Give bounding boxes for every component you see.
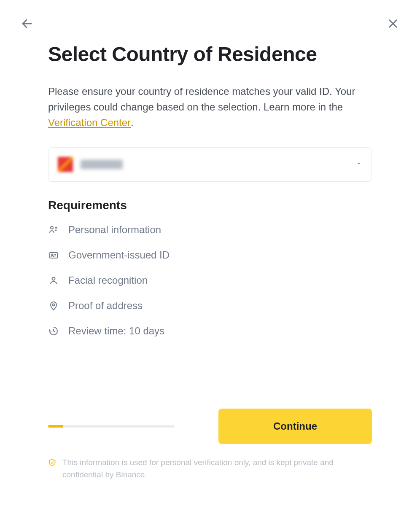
requirement-label: Personal information xyxy=(68,224,161,236)
shield-check-icon xyxy=(48,458,57,467)
description-suffix: . xyxy=(131,117,134,128)
requirement-label: Review time: 10 days xyxy=(68,325,164,337)
progress-fill xyxy=(48,425,63,428)
svg-point-12 xyxy=(53,304,55,306)
requirement-label: Proof of address xyxy=(68,300,143,312)
verification-center-link[interactable]: Verification Center xyxy=(48,117,131,128)
country-flag-icon xyxy=(58,157,73,172)
requirement-label: Government-issued ID xyxy=(68,249,170,261)
svg-point-8 xyxy=(52,254,53,256)
requirement-item: Proof of address xyxy=(48,300,372,312)
requirement-label: Facial recognition xyxy=(68,275,148,286)
arrow-left-icon xyxy=(21,17,33,30)
chevron-down-icon xyxy=(355,160,362,169)
face-icon xyxy=(48,275,59,286)
progress-bar xyxy=(48,425,175,428)
description-text: Please ensure your country of residence … xyxy=(48,86,355,113)
requirement-item: Government-issued ID xyxy=(48,249,372,261)
requirement-item: Review time: 10 days xyxy=(48,325,372,337)
pin-icon xyxy=(48,300,59,311)
svg-point-3 xyxy=(51,226,53,229)
requirement-item: Personal information xyxy=(48,224,372,236)
svg-rect-7 xyxy=(50,253,57,258)
page-title: Select Country of Residence xyxy=(48,42,372,67)
id-card-icon xyxy=(48,250,59,261)
person-lines-icon xyxy=(48,224,59,235)
requirements-heading: Requirements xyxy=(48,199,372,212)
close-icon xyxy=(387,18,399,30)
disclaimer-text: This information is used for personal ve… xyxy=(62,457,372,481)
close-button[interactable] xyxy=(386,17,400,30)
back-button[interactable] xyxy=(20,17,34,30)
continue-button[interactable]: Continue xyxy=(218,409,372,444)
requirement-item: Facial recognition xyxy=(48,275,372,286)
country-name-label xyxy=(81,160,123,169)
country-select[interactable] xyxy=(48,147,372,182)
clock-icon xyxy=(48,326,59,336)
page-description: Please ensure your country of residence … xyxy=(48,83,372,131)
svg-point-11 xyxy=(52,277,55,280)
